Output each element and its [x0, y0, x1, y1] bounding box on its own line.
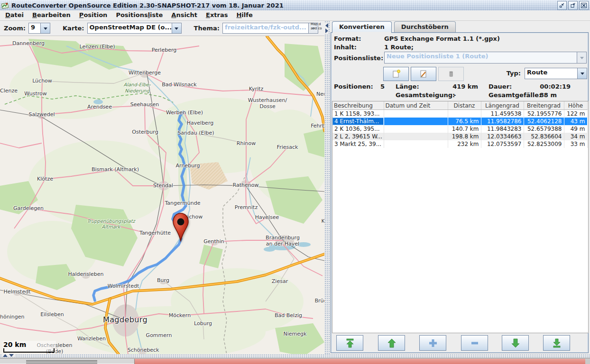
- table-cell[interactable]: [384, 125, 448, 133]
- rename-positionlist-button[interactable]: [411, 67, 436, 81]
- gesamtsteigung-value: -: [453, 91, 456, 99]
- table-row[interactable]: 4 Ernst-Thälm...76.5 km11.958278652.4062…: [332, 118, 587, 125]
- column-header[interactable]: Breitengrad: [524, 101, 564, 110]
- table-cell[interactable]: [384, 140, 448, 148]
- column-header[interactable]: Beschreibung: [332, 101, 384, 110]
- table-cell[interactable]: 12.0753597: [481, 140, 524, 148]
- column-header[interactable]: Höhe: [564, 101, 587, 110]
- table-cell[interactable]: 11.459538: [481, 110, 524, 118]
- table-header-row[interactable]: BeschreibungDatum und ZeitDistanzLängeng…: [332, 101, 587, 110]
- collapse-up-icon[interactable]: [3, 354, 8, 357]
- table-cell[interactable]: 11.9582786: [481, 118, 524, 125]
- table-cell[interactable]: 1 K 1158, 393...: [332, 110, 384, 118]
- map-attribution: Map d and co: [311, 22, 323, 31]
- dauer-value: 00:02:19: [530, 83, 571, 90]
- table-cell[interactable]: [384, 118, 448, 125]
- collapse-left-icon[interactable]: [325, 23, 328, 28]
- map-scale: 20 km: [3, 341, 56, 353]
- table-row[interactable]: 2 L 2, 39615 W...198.8 km12.033466352.83…: [332, 133, 587, 140]
- table-cell[interactable]: 2 L 2, 39615 W...: [332, 133, 384, 140]
- table-cell[interactable]: 49 m: [564, 125, 587, 133]
- add-position-button[interactable]: [419, 335, 446, 351]
- close-icon: [581, 3, 587, 8]
- arrow-up-icon: [387, 338, 397, 348]
- table-cell[interactable]: 140.7 km: [448, 125, 481, 133]
- column-header[interactable]: Datum und Zeit: [384, 101, 448, 110]
- new-document-icon: [391, 69, 401, 79]
- table-cell[interactable]: 198.8 km: [448, 133, 481, 140]
- format-value: GPS Exchange Format 1.1 (*.gpx): [384, 35, 500, 42]
- remove-position-button[interactable]: [461, 335, 488, 351]
- tab-konvertieren[interactable]: Konvertieren: [332, 21, 392, 32]
- elevation-profile-strip[interactable]: [0, 358, 590, 364]
- edit-icon: [419, 69, 428, 79]
- right-panel: KonvertierenDurchstöbern Format: GPS Exc…: [331, 21, 590, 354]
- table-cell[interactable]: 43 m: [564, 118, 587, 125]
- table-row[interactable]: 2 K 1036, 395...140.7 km11.984328352.657…: [332, 125, 587, 133]
- minimize-button[interactable]: [557, 1, 567, 10]
- collapse-down-icon[interactable]: [9, 354, 14, 357]
- minus-icon: [470, 338, 480, 348]
- thema-combobox: freizeitkarte/fzk-outd...: [222, 23, 318, 34]
- inhalt-value: 1 Route;: [384, 44, 414, 51]
- karte-label: Karte:: [63, 25, 84, 32]
- vertical-splitter[interactable]: [324, 21, 331, 354]
- menu-item-ansicht[interactable]: Ansicht: [167, 10, 202, 20]
- elevation-profile-chart: [134, 359, 585, 364]
- chevron-down-icon[interactable]: [172, 23, 181, 33]
- title-bar[interactable]: RouteConverter OpenSource Edition 2.30-S…: [0, 0, 590, 10]
- menu-item-hilfe[interactable]: Hilfe: [232, 10, 257, 20]
- table-row[interactable]: 3 Markt 25, 39...232 km12.075359752.8253…: [332, 140, 587, 148]
- inhalt-label: Inhalt:: [334, 44, 357, 51]
- table-cell[interactable]: 52.836604: [524, 133, 564, 140]
- new-positionlist-button[interactable]: [383, 67, 409, 81]
- dauer-label: Dauer:: [489, 83, 512, 90]
- menu-item-positionsliste[interactable]: Positionsliste: [111, 10, 167, 20]
- karte-combobox[interactable]: OpenStreetMap DE (o...: [87, 23, 182, 34]
- arrow-down-icon: [510, 338, 521, 348]
- menu-item-bearbeiten[interactable]: Bearbeiten: [28, 10, 75, 20]
- tab-durchstbern[interactable]: Durchstöbern: [394, 21, 456, 32]
- table-cell[interactable]: 122 m: [564, 110, 587, 118]
- table-cell[interactable]: 2 K 1036, 395...: [332, 125, 384, 133]
- konvertieren-tab-content: Format: GPS Exchange Format 1.1 (*.gpx) …: [331, 32, 589, 353]
- menu-item-datei[interactable]: Datei: [1, 10, 28, 20]
- column-header[interactable]: Distanz: [448, 101, 481, 110]
- table-cell[interactable]: 4 Ernst-Thälm...: [332, 118, 384, 125]
- table-cell[interactable]: [384, 110, 448, 118]
- menu-item-extras[interactable]: Extras: [202, 10, 232, 20]
- close-button[interactable]: [579, 1, 589, 10]
- horizontal-splitter[interactable]: [0, 354, 590, 358]
- map-canvas[interactable]: DannenbergLenzen (Elbe)PerlebergWittenbe…: [0, 36, 324, 355]
- table-cell[interactable]: 232 km: [448, 140, 481, 148]
- menu-item-position[interactable]: Position: [75, 10, 112, 20]
- table-cell[interactable]: 76.5 km: [448, 118, 481, 125]
- table-cell[interactable]: 11.9843283: [481, 125, 524, 133]
- table-cell[interactable]: 52.4062128: [524, 118, 564, 125]
- map-base-layer: [0, 36, 324, 355]
- table-cell[interactable]: 52.1955776: [524, 110, 564, 118]
- chevron-down-icon[interactable]: [40, 23, 50, 33]
- table-cell[interactable]: 34 m: [564, 133, 587, 140]
- move-to-bottom-button[interactable]: [543, 335, 570, 351]
- move-up-button[interactable]: [378, 335, 405, 351]
- table-cell[interactable]: 12.0334663: [481, 133, 524, 140]
- table-cell[interactable]: [448, 110, 481, 118]
- table-cell[interactable]: [384, 133, 448, 140]
- zoom-combobox[interactable]: 9: [28, 23, 50, 34]
- move-down-button[interactable]: [502, 335, 529, 351]
- route-position-marker[interactable]: [172, 212, 190, 243]
- table-row[interactable]: 1 K 1158, 393...11.45953852.1955776122 m: [332, 110, 587, 118]
- collapse-right-icon[interactable]: [325, 28, 328, 33]
- format-label: Format:: [334, 35, 361, 42]
- move-to-top-button[interactable]: [336, 335, 363, 351]
- table-cell[interactable]: 52.6579388: [524, 125, 564, 133]
- table-cell[interactable]: 52.8253009: [524, 140, 564, 148]
- maximize-button[interactable]: [568, 1, 578, 10]
- table-cell[interactable]: 33 m: [564, 140, 587, 148]
- typ-combobox[interactable]: Route: [525, 68, 587, 79]
- chevron-down-icon[interactable]: [577, 68, 587, 79]
- column-header[interactable]: Längengrad: [481, 101, 524, 110]
- positions-table[interactable]: BeschreibungDatum und ZeitDistanzLängeng…: [332, 101, 589, 333]
- table-cell[interactable]: 3 Markt 25, 39...: [332, 140, 384, 148]
